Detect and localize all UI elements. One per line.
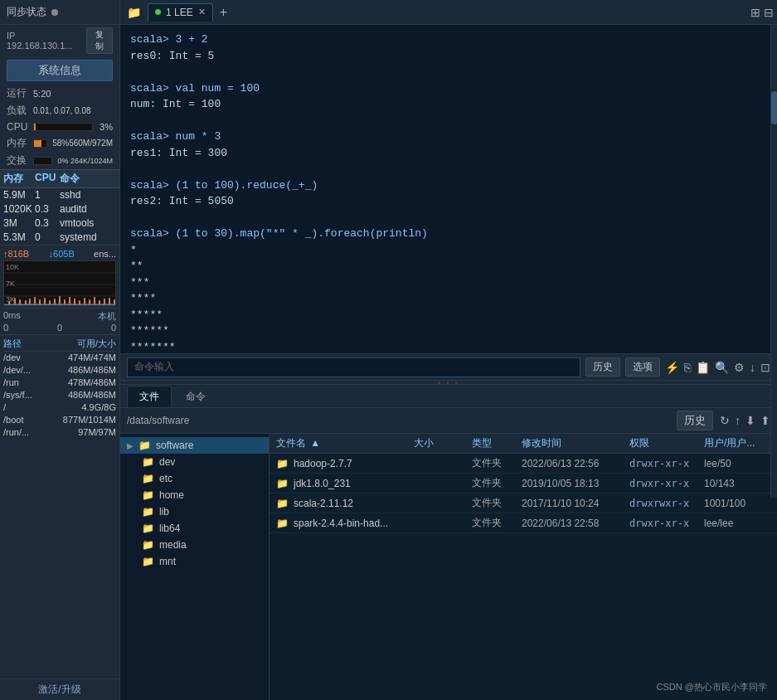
net-graph-canvas: 10K 7K 3K xyxy=(3,260,116,306)
fm-toolbar-icons: ↻ ↑ ⬇ ⬆ xyxy=(720,414,770,427)
disk-row[interactable]: /dev 474M/474M xyxy=(3,352,116,364)
disk-row[interactable]: /sys/f... 486M/486M xyxy=(3,389,116,401)
fm-tab-files[interactable]: 文件 xyxy=(127,386,172,407)
copy-ip-button[interactable]: 复制 xyxy=(86,27,113,54)
tree-item-media[interactable]: 📁 media xyxy=(120,537,269,553)
fm-history-button[interactable]: 历史 xyxy=(677,411,713,430)
download-icon[interactable]: ↓ xyxy=(750,361,755,374)
run-time-row: 运行 5:20 xyxy=(0,85,119,102)
disk-row[interactable]: /dev/... 486M/486M xyxy=(3,364,116,377)
terminal-action-icons: ⚡ ⎘ 📋 🔍 ⚙ ↓ ⊡ xyxy=(665,361,770,374)
history-button[interactable]: 历史 xyxy=(585,357,620,377)
fm-header-user[interactable]: 用户/用户... xyxy=(704,436,770,450)
tree-item-lib64[interactable]: 📁 lib64 xyxy=(120,520,269,537)
swap-row: 交换 0% 264K/1024M xyxy=(0,152,119,169)
terminal-star-line: ****** xyxy=(130,323,767,339)
proc-header-mem[interactable]: 内存 xyxy=(3,172,35,186)
grid-split-icon[interactable]: ⊟ xyxy=(764,6,774,19)
tree-item-software[interactable]: ▶ 📁 software xyxy=(120,437,269,454)
grid-view-icon[interactable]: ⊞ xyxy=(750,6,760,19)
vertical-scrollbar[interactable] xyxy=(770,25,777,498)
terminal-star-line: * xyxy=(130,242,767,259)
latency-local: 本机 xyxy=(98,310,116,323)
terminal-line: res0: Int = 5 xyxy=(130,48,767,65)
proc-row[interactable]: 3M 0.3 vmtools xyxy=(0,216,119,231)
process-list: 5.9M 1 sshd 1020K 0.3 auditd 3M 0.3 vmto… xyxy=(0,188,119,245)
terminal-line: num: Int = 100 xyxy=(130,96,767,113)
terminal-blank xyxy=(130,64,767,80)
tree-label: media xyxy=(159,539,187,551)
disk-section: 路径 可用/大小 /dev 474M/474M /dev/... 486M/48… xyxy=(0,334,119,678)
proc-row[interactable]: 5.3M 0 systemd xyxy=(0,231,119,245)
expand-icon[interactable]: ⊡ xyxy=(760,361,770,374)
tree-item-lib[interactable]: 📁 lib xyxy=(120,503,269,520)
disk-row[interactable]: /run 478M/486M xyxy=(3,377,116,389)
tab-bar: 📁 1 LEE ✕ + ⊞ ⊟ xyxy=(120,0,777,25)
fm-header-perm[interactable]: 权限 xyxy=(629,436,704,450)
sys-info-button[interactable]: 系统信息 xyxy=(7,60,113,81)
fm-upload-icon[interactable]: ⬆ xyxy=(760,414,770,427)
fm-file-row[interactable]: 📁jdk1.8.0_231 文件夹 2019/10/05 18:13 drwxr… xyxy=(270,474,777,493)
terminal-blank xyxy=(130,113,767,129)
folder-icon: 📁 xyxy=(142,556,154,567)
disk-row[interactable]: /boot 877M/1014M xyxy=(3,414,116,426)
proc-header-cmd[interactable]: 命令 xyxy=(60,172,116,186)
settings-icon[interactable]: ⚙ xyxy=(734,361,745,374)
folder-icon: 📁 xyxy=(276,518,289,529)
disk-row[interactable]: /run/... 97M/97M xyxy=(3,426,116,439)
fm-file-row[interactable]: 📁scala-2.11.12 文件夹 2017/11/10 10:24 drwx… xyxy=(270,493,777,513)
terminal-line: scala> num * 3 xyxy=(130,129,767,145)
fm-file-row[interactable]: 📁spark-2.4.4-bin-had... 文件夹 2022/06/13 2… xyxy=(270,513,777,533)
sync-dot xyxy=(51,9,58,16)
scrollbar-thumb[interactable] xyxy=(771,91,777,124)
folder-icon: 📁 xyxy=(142,489,154,501)
tree-item-dev[interactable]: 📁 dev xyxy=(120,454,269,470)
folder-icon[interactable]: 📁 xyxy=(124,4,144,21)
lightning-icon[interactable]: ⚡ xyxy=(665,361,679,374)
fm-tab-commands[interactable]: 命令 xyxy=(173,386,218,407)
fm-header-size[interactable]: 大小 xyxy=(414,436,472,450)
proc-header-cpu[interactable]: CPU xyxy=(35,172,60,186)
terminal-line: scala> (1 to 30).map("*" * _).foreach(pr… xyxy=(130,226,767,242)
run-value: 5:20 xyxy=(33,89,51,99)
fm-file-row[interactable]: 📁hadoop-2.7.7 文件夹 2022/06/13 22:56 drwxr… xyxy=(270,454,777,474)
fm-header-name[interactable]: 文件名 ▲ xyxy=(276,436,414,450)
main-area: 📁 1 LEE ✕ + ⊞ ⊟ scala> 3 + 2 res0: Int =… xyxy=(120,0,777,700)
disk-header: 路径 可用/大小 xyxy=(3,337,116,352)
terminal-blank xyxy=(130,161,767,177)
tab-close-button[interactable]: ✕ xyxy=(198,7,206,17)
tree-label: etc xyxy=(159,473,172,484)
folder-icon: 📁 xyxy=(142,523,154,534)
command-input[interactable]: 命令输入 xyxy=(127,357,580,377)
fm-header-type[interactable]: 类型 xyxy=(472,436,522,450)
upgrade-button[interactable]: 激活/升级 xyxy=(0,678,119,700)
proc-row[interactable]: 1020K 0.3 auditd xyxy=(0,202,119,216)
disk-row[interactable]: / 4.9G/8G xyxy=(3,401,116,414)
fm-header-modified[interactable]: 修改时间 xyxy=(522,436,629,450)
mem-bar xyxy=(33,139,47,148)
swap-bar xyxy=(33,157,52,165)
fm-file-header: 文件名 ▲ 大小 类型 修改时间 权限 用户/用户... xyxy=(270,434,777,454)
fm-refresh-icon[interactable]: ↻ xyxy=(720,414,730,427)
file-manager: 文件 命令 /data/software 历史 ↻ ↑ ⬇ ⬆ ▶ 📁 soft… xyxy=(120,385,777,700)
tree-item-etc[interactable]: 📁 etc xyxy=(120,470,269,487)
copy-icon[interactable]: ⎘ xyxy=(684,361,691,374)
folder-icon: 📁 xyxy=(276,458,289,469)
tree-expand-icon: ▶ xyxy=(127,441,134,450)
search-icon[interactable]: 🔍 xyxy=(715,361,729,374)
tab-item-lee[interactable]: 1 LEE ✕ xyxy=(148,3,213,22)
mem-label: 内存 xyxy=(7,136,30,150)
options-button[interactable]: 选项 xyxy=(625,357,660,377)
paste-icon[interactable]: 📋 xyxy=(696,361,710,374)
tree-item-home[interactable]: 📁 home xyxy=(120,487,269,503)
net-graph-header: ↑816B ↓605B ens... xyxy=(3,249,116,259)
terminal-star-line: ******* xyxy=(130,339,767,354)
tab-add-button[interactable]: + xyxy=(216,5,231,20)
run-label: 运行 xyxy=(7,86,30,100)
fm-download-icon[interactable]: ⬇ xyxy=(745,414,755,427)
fm-up-icon[interactable]: ↑ xyxy=(735,414,741,427)
net-graph-svg xyxy=(4,261,116,306)
proc-row[interactable]: 5.9M 1 sshd xyxy=(0,188,119,202)
tree-item-mnt[interactable]: 📁 mnt xyxy=(120,553,269,570)
mem-value: 58%560M/972M xyxy=(52,139,113,148)
